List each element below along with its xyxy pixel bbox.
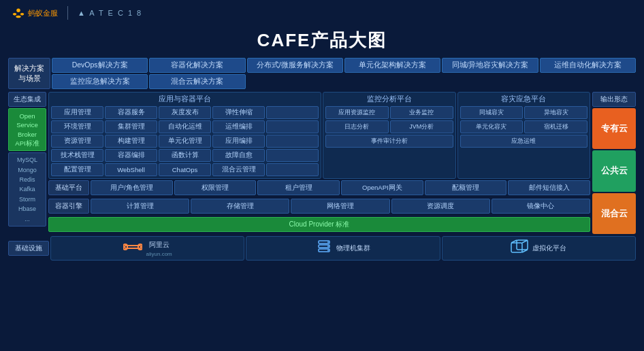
main-title: CAFE产品大图: [0, 26, 644, 58]
private-cloud-btn[interactable]: 专有云: [592, 108, 636, 149]
left-sidebar: 生态集成 OpenServiceBrokerAPI标准 MySQLMongoRe…: [8, 92, 46, 234]
hybrid-cloud-btn[interactable]: 混合云: [592, 193, 636, 234]
p-config-mgmt: 配置管理: [51, 163, 103, 176]
disaster-grid: 同城容灾 异地容灾 单元化容灾 宿机迁移 应急运维: [460, 106, 588, 148]
p-empty2: [266, 120, 319, 133]
logo-area: 蚂蚁金服 ▲ A T E C 1 8: [11, 5, 142, 20]
solutions-grid: DevOps解决方案 容器化解决方案 分布式/微服务解决方案 单元化架构解决方案…: [52, 58, 636, 89]
eco-tech-items: MySQLMongoRedisKafkaStormHbase...: [8, 152, 46, 227]
app-platform-grid: 应用管理 容器服务 灰度发布 弹性伸缩 环境管理 集群管理 自动化运维 运维编排…: [51, 106, 319, 176]
p-stack-mgmt: 技术栈管理: [51, 149, 103, 162]
ant-financial-logo: 蚂蚁金服: [11, 5, 58, 20]
header: 蚂蚁金服 ▲ A T E C 1 8: [0, 0, 644, 26]
f-permission: 权限管理: [174, 180, 257, 195]
solution-devops: DevOps解决方案: [52, 58, 148, 73]
c-network: 网络管理: [291, 199, 389, 214]
c-image-center: 镜像中心: [492, 199, 590, 214]
infra-row: 基础设施 阿里云aliyun.com: [8, 236, 636, 261]
p-elastic: 弹性伸缩: [212, 106, 265, 119]
m-biz: 业务监控: [390, 106, 453, 119]
p-res-mgmt: 资源管理: [51, 135, 103, 148]
p-chatops: ChatOps: [159, 163, 211, 176]
p-auto-ops: 自动化运维: [159, 120, 211, 133]
solution-unitarch: 单元化架构解决方案: [344, 58, 440, 73]
p-empty4: [266, 149, 319, 162]
physical-icon: [316, 239, 332, 257]
container-items: 计算管理 存储管理 网络管理 资源调度 镜像中心: [91, 199, 590, 214]
container-engine-row: 容器引擎 计算管理 存储管理 网络管理 资源调度 镜像中心: [48, 199, 590, 214]
p-app-mgmt: 应用管理: [51, 106, 103, 119]
logo-divider: [67, 6, 68, 20]
virtual-text: 虚拟化平台: [532, 244, 566, 253]
p-unit-mgmt: 单元化管理: [159, 135, 211, 148]
p-fault-self: 故障自愈: [212, 149, 265, 162]
svg-point-3: [16, 16, 20, 18]
center-area: 应用与容器平台 应用管理 容器服务 灰度发布 弹性伸缩 环境管理 集群管理 自动…: [48, 92, 590, 234]
p-cluster-mgmt: 集群管理: [105, 120, 157, 133]
m-app-res: 应用资源监控: [325, 106, 389, 119]
infra-virtual: 虚拟化平台: [442, 236, 636, 261]
c-storage: 存储管理: [191, 199, 289, 214]
d-same-city: 同城容灾: [460, 106, 524, 119]
p-empty5: [266, 163, 319, 176]
monitor-platform: 监控分析平台 应用资源监控 业务监控 日志分析 JVM分析 事件审计分析: [323, 92, 456, 179]
app-platform: 应用与容器平台 应用管理 容器服务 灰度发布 弹性伸缩 环境管理 集群管理 自动…: [48, 92, 321, 179]
infra-aliyun: 阿里云aliyun.com: [50, 236, 244, 261]
c-compute: 计算管理: [91, 199, 189, 214]
disaster-platform: 容灾应急平台 同城容灾 异地容灾 单元化容灾 宿机迁移 应急运维: [457, 92, 591, 179]
monitor-title: 监控分析平台: [325, 95, 453, 104]
content-area: 解决方案与场景 DevOps解决方案 容器化解决方案 分布式/微服务解决方案 单…: [0, 58, 644, 261]
m-log: 日志分析: [325, 120, 389, 133]
atec-logo: ▲ A T E C 1 8: [78, 9, 142, 17]
virtual-icon: [511, 239, 528, 257]
eco-label: 生态集成: [8, 92, 46, 107]
p-build-mgmt: 构建管理: [105, 135, 157, 148]
d-emergency-ops: 应急运维: [460, 135, 588, 148]
open-service-broker: OpenServiceBrokerAPI标准: [8, 108, 46, 151]
f-tenant: 租户管理: [257, 180, 340, 195]
container-label: 容器引擎: [48, 199, 89, 214]
svg-point-2: [20, 13, 25, 16]
svg-point-10: [327, 241, 329, 243]
svg-point-0: [16, 9, 20, 12]
p-container-svc: 容器服务: [105, 106, 157, 119]
d-host-migrate: 宿机迁移: [524, 120, 587, 133]
f-user-role: 用户/角色管理: [91, 180, 173, 195]
f-email-sms: 邮件短信接入: [508, 180, 590, 195]
p-env-mgmt: 环境管理: [51, 120, 103, 133]
solution-disaster: 同城/异地容灾解决方案: [442, 58, 538, 73]
p-faas: 函数计算: [159, 149, 211, 162]
solutions-label: 解决方案与场景: [8, 58, 50, 89]
p-empty3: [266, 135, 319, 148]
aliyun-text: 阿里云aliyun.com: [146, 240, 172, 257]
monitor-grid: 应用资源监控 业务监控 日志分析 JVM分析 事件审计分析: [325, 106, 453, 148]
infra-label: 基础设施: [8, 241, 49, 256]
m-audit: 事件审计分析: [325, 135, 453, 148]
foundation-row: 基础平台 用户/角色管理 权限管理 租户管理 OpenAPI网关 配额管理 邮件…: [48, 180, 590, 195]
solutions-row: 解决方案与场景 DevOps解决方案 容器化解决方案 分布式/微服务解决方案 单…: [8, 58, 636, 89]
p-empty1: [266, 106, 319, 119]
public-cloud-btn[interactable]: 公共云: [592, 150, 636, 191]
solution-microservice: 分布式/微服务解决方案: [247, 58, 343, 73]
infra-items: 阿里云aliyun.com 物理机集群: [50, 236, 636, 261]
top-sections: 应用与容器平台 应用管理 容器服务 灰度发布 弹性伸缩 环境管理 集群管理 自动…: [48, 92, 590, 179]
output-label: 输出形态: [592, 92, 636, 107]
c-resource-sched: 资源调度: [391, 199, 490, 214]
d-unit: 单元化容灾: [460, 120, 524, 133]
m-jvm: JVM分析: [390, 120, 453, 133]
disaster-title: 容灾应急平台: [460, 95, 588, 104]
app-platform-title: 应用与容器平台: [51, 95, 319, 104]
cloud-provider-bar: Cloud Provider 标准: [48, 217, 590, 232]
solution-ops: 运维自动化解决方案: [540, 58, 636, 73]
p-container-arrange: 容器编排: [105, 149, 157, 162]
aliyun-icon: [123, 239, 142, 257]
foundation-label: 基础平台: [48, 180, 89, 195]
monitor-disaster-wrapper: 监控分析平台 应用资源监控 业务监控 日志分析 JVM分析 事件审计分析 容灾应…: [323, 92, 590, 179]
f-quota: 配额管理: [425, 180, 507, 195]
foundation-items: 用户/角色管理 权限管理 租户管理 OpenAPI网关 配额管理 邮件短信接入: [91, 180, 590, 195]
p-app-arrange: 应用编排: [212, 135, 265, 148]
physical-text: 物理机集群: [336, 244, 370, 253]
svg-point-11: [327, 246, 329, 247]
main-body: 生态集成 OpenServiceBrokerAPI标准 MySQLMongoRe…: [8, 92, 636, 234]
solution-hybrid: 混合云解决方案: [149, 74, 245, 89]
